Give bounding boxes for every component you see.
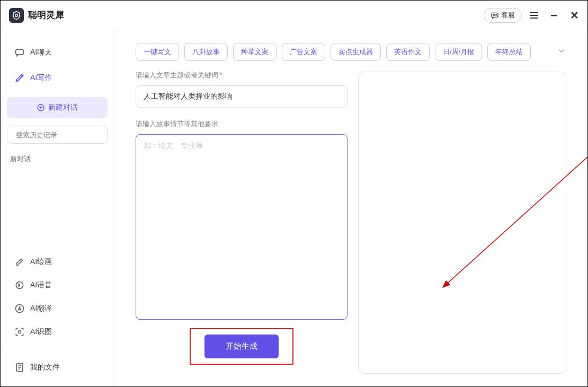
category-pill[interactable]: 年终总结 (487, 43, 531, 61)
main-content: 一键写文 八卦故事 种草文案 广告文案 卖点生成器 英语作文 日/周/月报 年终… (114, 30, 587, 386)
category-pill[interactable]: 一键写文 (136, 43, 179, 61)
input-form: 请输入文章主题或者关键词* 请输入故事情节等其他要求 开始生成 (136, 71, 348, 374)
category-pill[interactable]: 卖点生成器 (331, 43, 381, 61)
app-title: 聪明灵犀 (28, 9, 64, 21)
svg-rect-5 (16, 49, 24, 55)
new-chat-button[interactable]: 新建对话 (7, 97, 108, 118)
titlebar: 聪明灵犀 客服 − ✕ (1, 1, 587, 30)
sidebar-item-label: AI聊天 (30, 48, 52, 57)
output-panel (358, 72, 566, 374)
sidebar-item-image-rec[interactable]: AI识图 (7, 321, 108, 342)
sidebar-item-writing[interactable]: AI写作 (7, 66, 108, 90)
sidebar: AI聊天 AI写作 新建对话 新对话 AI绘画 AI语音 (1, 30, 114, 386)
category-pill[interactable]: 八卦故事 (184, 43, 228, 61)
submit-button[interactable]: 开始生成 (204, 335, 279, 358)
sidebar-item-label: AI翻译 (30, 304, 52, 313)
history-item[interactable]: 新对话 (7, 151, 108, 167)
support-button[interactable]: 客服 (484, 8, 522, 23)
category-pill[interactable]: 种草文案 (233, 43, 277, 61)
window-controls: − ✕ (529, 11, 579, 20)
annotation-highlight: 开始生成 (190, 328, 293, 365)
sidebar-item-voice[interactable]: AI语音 (7, 275, 108, 296)
svg-point-0 (15, 14, 18, 16)
sidebar-item-label: 我的文件 (30, 363, 60, 372)
search-input[interactable] (16, 131, 105, 139)
topic-label: 请输入文章主题或者关键词* (136, 71, 348, 80)
svg-point-2 (493, 14, 494, 15)
menu-icon[interactable] (529, 11, 539, 20)
category-bar: 一键写文 八卦故事 种草文案 广告文案 卖点生成器 英语作文 日/周/月报 年终… (114, 30, 587, 71)
svg-point-10 (19, 331, 21, 333)
sidebar-item-drawing[interactable]: AI绘画 (7, 251, 108, 272)
app-logo (9, 8, 24, 23)
category-pill[interactable]: 日/周/月报 (435, 43, 482, 61)
category-pill[interactable]: 广告文案 (282, 43, 325, 61)
topic-input[interactable] (136, 85, 348, 108)
sidebar-item-files[interactable]: 我的文件 (7, 356, 108, 379)
sidebar-item-label: AI语音 (30, 280, 52, 290)
new-chat-label: 新建对话 (48, 103, 78, 112)
detail-textarea[interactable] (136, 134, 348, 320)
sidebar-item-label: AI写作 (30, 73, 52, 83)
sidebar-item-chat[interactable]: AI聊天 (7, 41, 108, 64)
svg-point-3 (494, 14, 495, 15)
close-button[interactable]: ✕ (569, 11, 579, 20)
minimize-button[interactable]: − (549, 11, 559, 20)
category-pill[interactable]: 英语作文 (386, 43, 430, 61)
svg-point-4 (496, 14, 496, 15)
support-label: 客服 (501, 11, 515, 20)
detail-label: 请输入故事情节等其他要求 (136, 119, 348, 129)
sidebar-item-label: AI绘画 (30, 257, 52, 267)
expand-categories-icon[interactable] (557, 46, 566, 58)
search-history-box[interactable] (7, 126, 108, 144)
sidebar-item-translate[interactable]: AI翻译 (7, 298, 108, 319)
sidebar-item-label: AI识图 (30, 327, 52, 337)
